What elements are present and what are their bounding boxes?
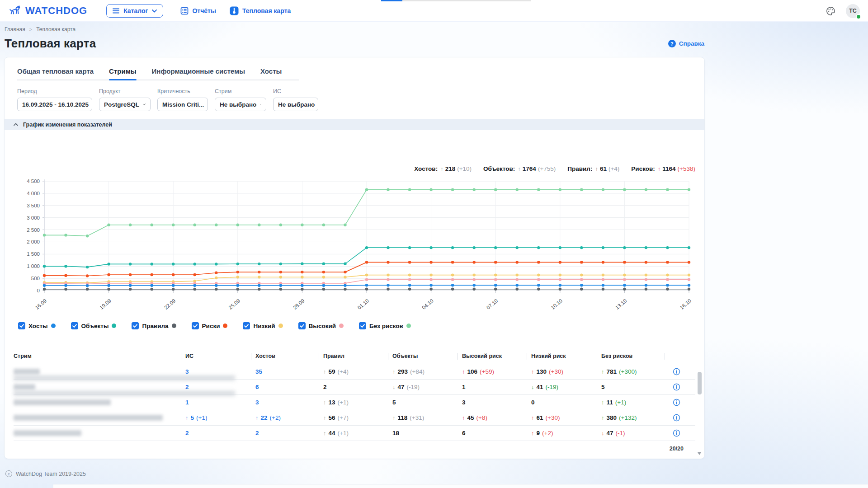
cell-delta: (+2)	[270, 414, 281, 421]
cell-hosts[interactable]: 6	[251, 384, 319, 390]
filter-select-1[interactable]: PostgreSQL	[99, 98, 151, 111]
cell-is[interactable]: ↑ 5 (+1)	[181, 414, 251, 421]
cell-objects: ↓ 47 (-19)	[388, 384, 458, 390]
tab-general-heatmap[interactable]: Общая тепловая карта	[17, 64, 94, 80]
svg-text:3 000: 3 000	[27, 215, 40, 221]
stat-3: Рисков: ↑ 1164 (+538)	[631, 165, 695, 172]
cell-is[interactable]: 2	[181, 384, 251, 390]
cell-is[interactable]: 2	[181, 430, 251, 436]
tab-information-systems[interactable]: Информационные системы	[152, 64, 245, 80]
checkbox-checked-icon[interactable]	[132, 322, 139, 329]
cell-low-risk: ↓ 41 (-19)	[527, 384, 597, 390]
breadcrumb-home[interactable]: Главная	[5, 26, 25, 33]
cell-high-risk: 1	[458, 384, 527, 390]
question-icon: ?	[668, 40, 676, 47]
nav-item-heatmap[interactable]: Тепловая карта	[230, 6, 291, 15]
cell-is[interactable]: 1	[181, 399, 251, 406]
legend-color-dot	[406, 324, 411, 328]
brand-name: WATCHDOG	[25, 5, 87, 17]
theme-palette-icon[interactable]	[826, 6, 836, 16]
cell-stream-name[interactable]	[14, 380, 181, 394]
help-button[interactable]: ? Справка	[668, 40, 704, 47]
cell-hosts[interactable]: 35	[251, 368, 319, 375]
user-avatar[interactable]: TC	[846, 4, 860, 18]
cell-no-risk: 5	[597, 384, 665, 390]
legend-item-Риски[interactable]: Риски	[192, 322, 228, 329]
column-header-1: ИС	[181, 353, 251, 360]
table-row[interactable]: 1 3 ↑ 13 (+1) 5 3 0 ↑ 11 (+1)	[14, 395, 695, 410]
stat-label: Объектов:	[483, 165, 515, 172]
filter-label: Критичность	[157, 88, 208, 94]
cell-hosts[interactable]: 2	[251, 430, 319, 436]
cell-info	[665, 399, 695, 406]
scrollbar-thumb[interactable]	[698, 372, 702, 394]
svg-text:4 500: 4 500	[27, 178, 40, 184]
line-chart: 05001 0001 5002 0002 5003 0003 5004 0004…	[5, 172, 704, 318]
tab-hosts[interactable]: Хосты	[260, 64, 282, 80]
legend-item-Объекты[interactable]: Объекты	[71, 322, 117, 329]
checkbox-checked-icon[interactable]	[359, 322, 366, 329]
checkbox-checked-icon[interactable]	[18, 322, 25, 329]
cell-hosts[interactable]: ↑ 22 (+2)	[251, 414, 319, 421]
cell-value: 47	[398, 384, 405, 390]
avatar-initials: TC	[849, 8, 857, 14]
scrollbar-down-arrow[interactable]	[698, 452, 701, 455]
filter-select-2[interactable]: Mission Criti...	[157, 98, 208, 111]
info-icon[interactable]	[673, 414, 680, 422]
info-icon[interactable]	[673, 383, 680, 391]
heatmap-card: Общая тепловая карта Стримы Информационн…	[5, 57, 704, 459]
legend-item-Низкий[interactable]: Низкий	[243, 322, 283, 329]
legend-item-Правила[interactable]: Правила	[132, 322, 176, 329]
filter-select-0[interactable]: 16.09.2025 - 16.10.2025	[17, 98, 92, 111]
tab-streams[interactable]: Стримы	[109, 64, 136, 80]
filter-select-3[interactable]: Не выбрано	[215, 98, 266, 111]
svg-text:3 500: 3 500	[27, 203, 40, 208]
streams-table: СтримИСХостовПравилОбъектыВысокий рискНи…	[5, 353, 704, 457]
table-row[interactable]: 3 35 ↑ 59 (+4) ↑ 293 (+84) ↑ 106 (+59) ↑…	[14, 364, 695, 380]
info-icon[interactable]	[673, 429, 680, 437]
cell-hosts[interactable]: 3	[251, 399, 319, 406]
trend-arrow-icon: ↑	[658, 165, 661, 172]
table-row[interactable]: 2 2 ↑ 44 (+1) 18 6 ↑ 9 (+2) ↓ 47 (-1)	[14, 426, 695, 441]
svg-text:2 500: 2 500	[27, 227, 40, 233]
cell-value: 3	[255, 399, 259, 406]
catalog-button[interactable]: Каталог	[106, 4, 163, 18]
legend-item-Высокий[interactable]: Высокий	[298, 322, 344, 329]
checkbox-checked-icon[interactable]	[192, 322, 199, 329]
svg-text:28.09: 28.09	[292, 298, 306, 310]
table-scrollbar[interactable]	[698, 372, 702, 450]
checkbox-checked-icon[interactable]	[243, 322, 250, 329]
cell-delta: (+1)	[615, 399, 626, 406]
top-progress-bar	[381, 0, 531, 1]
cell-delta: (+7)	[338, 414, 349, 421]
legend-item-Без рисков[interactable]: Без рисков	[359, 322, 411, 329]
svg-text:16.09: 16.09	[34, 298, 48, 310]
table-row[interactable]: 2 6 2 ↓ 47 (-19) 1 ↓ 41 (-19) 5	[14, 380, 695, 395]
table-row[interactable]: ↑ 5 (+1) ↑ 22 (+2) ↑ 56 (+7) ↑ 118 (+31)…	[14, 410, 695, 426]
cell-stream-name[interactable]	[14, 426, 181, 441]
cell-is[interactable]: 3	[181, 368, 251, 375]
legend-item-Хосты[interactable]: Хосты	[18, 322, 56, 329]
cell-stream-name[interactable]	[14, 410, 181, 425]
cell-stream-name[interactable]	[14, 364, 181, 379]
trend-arrow-icon: ↑	[601, 414, 604, 421]
cell-stream-name[interactable]	[14, 395, 181, 410]
column-header-4: Объекты	[388, 353, 458, 360]
cell-objects: 18	[388, 430, 458, 436]
filter-select-4[interactable]: Не выбрано	[273, 98, 318, 111]
checkbox-checked-icon[interactable]	[298, 322, 306, 329]
info-icon[interactable]	[673, 368, 680, 375]
checkbox-checked-icon[interactable]	[71, 322, 78, 329]
stat-label: Правил:	[567, 165, 592, 172]
trend-arrow-icon: ↑	[531, 414, 534, 421]
info-icon[interactable]	[673, 399, 680, 406]
nav-item-reports[interactable]: Отчёты	[180, 7, 216, 15]
filter-value: Не выбрано	[278, 101, 315, 108]
chart-section-header[interactable]: График изменения показателей	[5, 119, 704, 130]
cell-info	[665, 429, 695, 437]
trend-arrow-icon: ↑	[392, 414, 396, 421]
filter-3: Стрим Не выбрано	[215, 88, 266, 111]
cell-high-risk: 6	[458, 430, 527, 436]
brand[interactable]: WATCHDOG	[8, 5, 87, 17]
trend-arrow-icon: ↑	[255, 414, 259, 421]
